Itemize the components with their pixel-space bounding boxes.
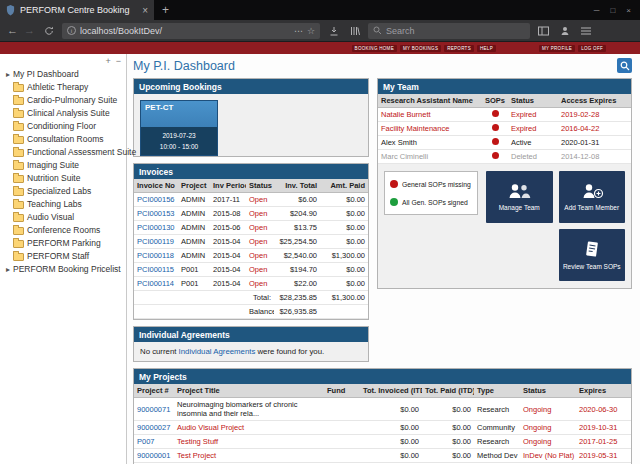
sidebar-item[interactable]: PERFORM Booking Pricelist — [0, 262, 126, 275]
new-tab-button[interactable]: + — [154, 0, 177, 20]
project-expires: 2019-10-31 — [576, 421, 631, 435]
table-cell: P001 — [178, 277, 210, 291]
browser-search-input[interactable]: Search — [368, 23, 530, 39]
my-team-header: My Team — [378, 79, 631, 94]
sidebar-item[interactable]: Conditioning Floor — [0, 119, 126, 132]
sidebar-item[interactable]: Teaching Labs — [0, 197, 126, 210]
sidebar-item[interactable]: Nutrition Suite — [0, 171, 126, 184]
table-cell: $0.00 — [320, 221, 368, 235]
browser-tab[interactable]: PERFORM Centre Booking × — [0, 0, 154, 20]
sidebar-item[interactable]: PERFORM Parking — [0, 236, 126, 249]
booking-date: 2019-07-23 — [143, 130, 215, 141]
banner-link[interactable]: HELP — [477, 45, 496, 52]
invoice-link[interactable]: PCI000130 — [134, 221, 178, 235]
shield-favicon-icon — [6, 5, 15, 16]
column-header: Research Assistant Name — [378, 94, 482, 108]
table-cell: $0.00 — [422, 398, 474, 421]
address-bar[interactable]: i localhost/BookItDev/ ⋯ ☆ — [62, 23, 320, 39]
invoice-link[interactable]: PCI000114 — [134, 277, 178, 291]
sidebar-item-label: Teaching Labs — [27, 199, 82, 209]
back-button[interactable]: ← — [7, 25, 18, 36]
invoice-link[interactable]: PCI000156 — [134, 193, 178, 207]
folder-icon — [13, 136, 24, 144]
page-actions-icon[interactable]: ⋯ — [294, 26, 303, 36]
project-expires: 2017-01-25 — [576, 435, 631, 449]
minimize-button[interactable]: ─ — [594, 6, 600, 15]
search-icon — [620, 61, 630, 71]
column-header: Tot. Paid (ITD) — [422, 384, 474, 398]
table-cell: ADMIN — [178, 249, 210, 263]
sidebar-item[interactable]: Specialized Labs — [0, 184, 126, 197]
sidebar-item[interactable]: My PI Dashboard — [0, 67, 126, 80]
sidebar-item[interactable]: PERFORM Staff — [0, 249, 126, 262]
team-header-row: Research Assistant NameSOPsStatusAccess … — [378, 94, 631, 108]
site-info-icon[interactable]: i — [67, 26, 76, 35]
account-icon[interactable] — [557, 23, 572, 39]
maximize-button[interactable]: □ — [610, 6, 615, 15]
banner-link[interactable]: LOG OFF — [578, 45, 606, 52]
invoice-link[interactable]: PCI000115 — [134, 263, 178, 277]
banner-link[interactable]: MY PROFILE — [539, 45, 575, 52]
menu-icon[interactable] — [578, 23, 593, 39]
reload-button[interactable] — [41, 23, 56, 39]
table-cell: $2,540.00 — [274, 249, 320, 263]
sidebar-item-label: Cardio-Pulmonary Suite — [27, 95, 117, 105]
bookmark-star-icon[interactable]: ☆ — [307, 26, 315, 36]
invoice-link[interactable]: PCI000118 — [134, 249, 178, 263]
page-title: My P.I. Dashboard — [133, 59, 235, 73]
tree-controls: + − — [105, 56, 121, 66]
project-link[interactable]: 90000001 — [134, 449, 174, 463]
sidebar-item[interactable]: Consultation Rooms — [0, 132, 126, 145]
sidebar-item-label: Athletic Therapy — [27, 82, 88, 92]
table-row: PCI000114P0012015-04Open$22.00$0.00 — [134, 277, 368, 291]
sidebar-toggle-icon[interactable] — [536, 23, 551, 39]
downloads-icon[interactable] — [326, 23, 341, 39]
banner-link[interactable]: BOOKING HOME — [352, 45, 397, 52]
collapse-all-icon[interactable]: − — [116, 56, 121, 66]
invoice-link[interactable]: PCI000119 — [134, 235, 178, 249]
table-row: PCI000118ADMIN2015-04Open$2,540.00$1,300… — [134, 249, 368, 263]
banner-link[interactable]: REPORTS — [444, 45, 474, 52]
sidebar-item[interactable]: Imaging Suite — [0, 158, 126, 171]
project-title: Testing Stuff — [174, 435, 324, 449]
tab-title: PERFORM Centre Booking — [20, 5, 137, 15]
window-close-button[interactable]: × — [626, 6, 631, 15]
column-header: Fund — [324, 384, 360, 398]
sidebar-item[interactable]: Functional Assessment Suite — [0, 145, 126, 158]
sidebar-item[interactable]: Clinical Analysis Suite — [0, 106, 126, 119]
invoice-link[interactable]: PCI000153 — [134, 207, 178, 221]
sidebar-item[interactable]: Audio Visual — [0, 210, 126, 223]
project-title: Test Project — [174, 449, 324, 463]
table-row: Alex SmithActive2020-01-31 — [378, 136, 631, 150]
folder-icon — [13, 110, 24, 118]
my-projects-header: My Projects — [134, 369, 631, 384]
access-expires: 2014-12-08 — [558, 150, 631, 164]
sidebar-item-label: Specialized Labs — [27, 186, 91, 196]
project-expires: 2020-06-30 — [576, 398, 631, 421]
individual-agreements-link[interactable]: Individual Agreements — [179, 347, 256, 356]
booking-card[interactable]: PET-CT 2019-07-23 10:00 - 15:00 — [140, 100, 218, 156]
table-cell — [324, 398, 360, 421]
sidebar-item[interactable]: Conference Rooms — [0, 223, 126, 236]
project-link[interactable]: P007 — [134, 435, 174, 449]
table-cell: 2017-11 — [210, 193, 246, 207]
legend-item: All Gen. SOPs signed — [390, 198, 472, 206]
tab-close-icon[interactable]: × — [142, 5, 148, 16]
forward-button[interactable]: → — [24, 25, 35, 36]
library-icon[interactable] — [347, 23, 362, 39]
banner-link[interactable]: MY BOOKINGS — [400, 45, 441, 52]
invoices-header: Invoices — [134, 164, 368, 179]
project-link[interactable]: 90000027 — [134, 421, 174, 435]
sidebar-item[interactable]: Athletic Therapy — [0, 80, 126, 93]
table-cell: 2015-04 — [210, 263, 246, 277]
review-team-sops-button[interactable]: Review Team SOPs — [559, 229, 626, 281]
manage-team-button[interactable]: Manage Team — [486, 171, 553, 223]
member-status: Deleted — [508, 150, 558, 164]
url-text[interactable]: localhost/BookItDev/ — [80, 26, 290, 36]
expand-all-icon[interactable]: + — [105, 56, 110, 66]
sidebar-item[interactable]: Cardio-Pulmonary Suite — [0, 93, 126, 106]
sidebar-item-label: My PI Dashboard — [13, 69, 79, 79]
dashboard-search-button[interactable] — [617, 58, 632, 73]
project-link[interactable]: 90000071 — [134, 398, 174, 421]
add-team-member-button[interactable]: Add Team Member — [559, 171, 626, 223]
